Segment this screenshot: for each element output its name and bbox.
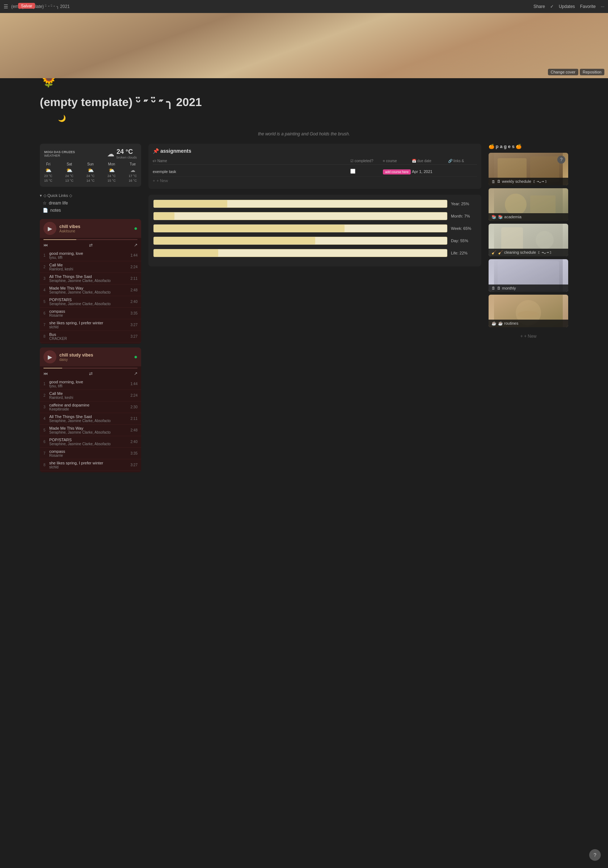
progress-month: Month: 7%	[153, 212, 476, 220]
svg-point-8	[535, 231, 554, 249]
monthly-card-label: 🗓 🗓 monthly	[489, 285, 568, 292]
change-cover-button[interactable]: Change cover	[548, 69, 579, 75]
page-card-routines[interactable]: ☕ ☕ routines	[489, 294, 568, 327]
track-info: Call Me Rainlord, keshi	[49, 263, 129, 271]
weather-widget: MOGI DAS CRUZESWEATHER ☁ 24 °C broken cl…	[40, 144, 141, 187]
weather-location: MOGI DAS CRUZESWEATHER	[44, 150, 75, 157]
track-item[interactable]: 3 All The Things She Said Seraphine, Jas…	[40, 273, 141, 285]
help-button[interactable]: ?	[589, 849, 601, 861]
track-duration: 2:30	[131, 405, 138, 409]
progress-fill-1	[43, 239, 76, 240]
shuffle-icon-1[interactable]: ⇄	[89, 243, 93, 248]
page-card-academia[interactable]: 📚 📚 academia	[489, 188, 568, 221]
track-num: 5	[43, 428, 49, 432]
day-low: 14 °C	[87, 179, 95, 183]
topbar: ☰ (empty template) ᵕ̈ ˶ ᵕ̈ ˶ ╮ 2021 Shar…	[0, 0, 608, 13]
progress-bar-week	[153, 225, 447, 232]
left-column: MOGI DAS CRUZESWEATHER ☁ 24 °C broken cl…	[40, 144, 141, 476]
weather-icon: ⛅	[88, 167, 94, 173]
track-item[interactable]: 1 good morning, love tysu, tiffi 1:44	[40, 250, 141, 261]
player-header-2: ▶ chill study vibes daisy ●	[40, 347, 141, 366]
track-item[interactable]: 2 Call Me Rainlord, keshi 2:24	[40, 390, 141, 401]
track-num: 8	[43, 463, 49, 467]
quick-link-notes[interactable]: 📄 notes	[40, 207, 141, 214]
track-info: she likes spring, I prefer winter slchld	[49, 461, 129, 469]
quick-links-header[interactable]: ▾ ◇ Quick Links ◇	[40, 192, 141, 200]
add-task-button[interactable]: + + New	[153, 177, 477, 184]
page-card-weekly[interactable]: 🗓 🗓 weekly schedule ꒰·•ᴗ·•꒱ ?	[489, 153, 568, 185]
track-item[interactable]: 5 Made Me This Way Seraphine, Jasmine Cl…	[40, 425, 141, 436]
track-item[interactable]: 1 good morning, love tysu, tiffi 1:44	[40, 378, 141, 390]
save-button[interactable]: Salvar	[18, 3, 35, 9]
spotify-icon-2[interactable]: ●	[134, 353, 138, 360]
page-card-cleaning[interactable]: 🧹 🧹 cleaning schedule ꒰·•ᴗ·•꒱	[489, 224, 568, 256]
track-info: All The Things She Said Seraphine, Jasmi…	[49, 274, 129, 283]
progress-fill-day	[154, 237, 315, 244]
track-item[interactable]: 4 All The Things She Said Seraphine, Jas…	[40, 413, 141, 425]
shuffle-icon-2[interactable]: ⇄	[89, 371, 93, 376]
prev-icon-1[interactable]: ⏮	[43, 243, 48, 248]
track-duration: 3:27	[131, 335, 138, 338]
task-due-date: Apr 1, 2021	[412, 169, 448, 174]
col-due-date: 📅 due date	[412, 159, 448, 163]
track-name: POP/STARS	[49, 438, 129, 442]
page-card-monthly[interactable]: 🗓 🗓 monthly	[489, 259, 568, 292]
task-checkbox[interactable]	[350, 169, 355, 174]
progress-fill-week	[154, 225, 345, 232]
track-item[interactable]: 3 caffeine and dopamine Keepitinside 2:3…	[40, 401, 141, 413]
share-icon-1[interactable]: ↗	[134, 243, 138, 248]
music-player-2: ▶ chill study vibes daisy ●	[40, 347, 141, 472]
track-num: 1	[43, 253, 49, 257]
track-item[interactable]: 4 Made Me This Way Seraphine, Jasmine Cl…	[40, 285, 141, 296]
progress-fill-month	[154, 212, 175, 220]
track-item[interactable]: 9 drunk keshi 3:47	[40, 343, 141, 344]
weather-day-sun: Sun ⛅ 24 °C 14 °C	[87, 162, 95, 183]
track-item[interactable]: 8 Bus CRACKER 3:27	[40, 331, 141, 343]
play-button-1[interactable]: ▶	[43, 222, 56, 235]
collapse-arrow: ▾	[40, 193, 42, 198]
track-item[interactable]: 9 Bus CRACKER 3:27	[40, 471, 141, 472]
share-button[interactable]: Share	[534, 4, 545, 9]
add-page-button[interactable]: + + New	[489, 330, 568, 343]
track-item[interactable]: 6 POP/STARS Seraphine, Jasmine Clarke, A…	[40, 436, 141, 448]
track-item[interactable]: 6 compass Rosarrie 3:35	[40, 308, 141, 319]
share-icon-2[interactable]: ↗	[134, 371, 138, 376]
track-item[interactable]: 7 she likes spring, I prefer winter slch…	[40, 319, 141, 331]
day-high: 17 °C	[128, 174, 137, 178]
player-controls-2: ●	[134, 353, 138, 360]
track-list-2: 1 good morning, love tysu, tiffi 1:44 2 …	[40, 378, 141, 472]
spotify-icon-1[interactable]: ●	[134, 225, 138, 232]
track-name: caffeine and dopamine	[49, 403, 129, 407]
track-artist: tysu, tiffi	[49, 256, 129, 260]
track-info: Made Me This Way Seraphine, Jasmine Clar…	[49, 426, 129, 434]
track-item[interactable]: 5 POP/STARS Seraphine, Jasmine Clarke, A…	[40, 296, 141, 308]
track-item[interactable]: 8 she likes spring, I prefer winter slch…	[40, 459, 141, 471]
task-checkbox-cell	[350, 169, 383, 174]
course-badge[interactable]: add course here	[383, 169, 411, 174]
task-name: exemple task	[153, 169, 350, 174]
music-player-1: ▶ chill vibes Aakitsune ●	[40, 219, 141, 344]
page-title: (empty template) ᵕ̈ ˶ ᵕ̈ ˶ ╮ 2021	[22, 91, 586, 111]
prev-icon-2[interactable]: ⏮	[43, 371, 48, 376]
question-button[interactable]: ?	[557, 156, 565, 164]
play-button-2[interactable]: ▶	[43, 350, 56, 363]
progress-label-life: Life: 22%	[451, 251, 476, 255]
weather-icon: ⛅	[45, 167, 51, 173]
track-duration: 2:11	[131, 417, 138, 421]
weather-icon: ☁	[130, 167, 135, 173]
menu-icon[interactable]: ☰	[4, 4, 8, 9]
favorite-button[interactable]: Favorite	[580, 4, 596, 9]
page-content: 🌻 (empty template) ᵕ̈ ˶ ᵕ̈ ˶ ╮ 2021 🌙 th…	[0, 71, 608, 498]
more-button[interactable]: ···	[601, 4, 604, 9]
track-name: All The Things She Said	[49, 274, 129, 279]
updates-button[interactable]: Updates	[559, 4, 575, 9]
track-duration: 3:35	[131, 451, 138, 455]
assignments-title: 📌 assignments	[153, 148, 477, 154]
track-item[interactable]: 2 Call Me Rainlord, keshi 2:24	[40, 261, 141, 273]
book-icon: 📚	[492, 215, 497, 219]
reposition-button[interactable]: Reposition	[580, 69, 604, 75]
player-header-1: ▶ chill vibes Aakitsune ●	[40, 219, 141, 238]
track-info: caffeine and dopamine Keepitinside	[49, 403, 129, 411]
quick-link-dream-life[interactable]: ☆ dream life	[40, 200, 141, 207]
track-item[interactable]: 7 compass Rosarrie 3:35	[40, 448, 141, 459]
